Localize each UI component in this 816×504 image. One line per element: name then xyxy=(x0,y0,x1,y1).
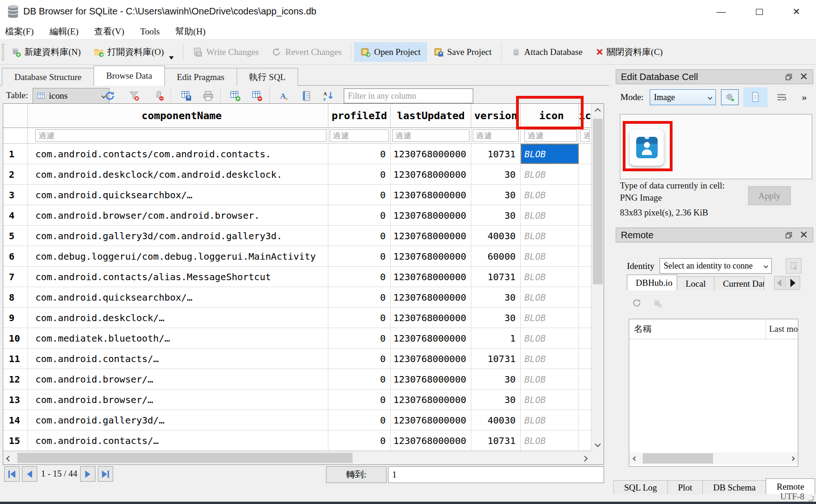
overflow-cell[interactable] xyxy=(579,144,591,164)
refresh-button[interactable] xyxy=(102,88,118,104)
table-vertical-scrollbar[interactable] xyxy=(591,104,604,451)
column-header-overflow[interactable]: ic xyxy=(579,104,591,128)
edit-cell-dock-header[interactable]: Edit Database Cell ✕ xyxy=(616,69,813,84)
mode-select[interactable]: Image xyxy=(650,89,716,105)
close-database-button[interactable]: 關閉資料庫(C) xyxy=(589,42,669,62)
lastUpdated-cell[interactable]: 1230768000000 xyxy=(391,287,471,307)
componentName-cell[interactable]: com.android.browser/com.android.browser. xyxy=(28,205,328,225)
clear-filters-button[interactable] xyxy=(126,88,142,104)
componentName-cell[interactable]: com.android.browser/… xyxy=(28,369,328,389)
row-number-cell[interactable]: 2 xyxy=(3,164,28,184)
version-cell[interactable]: 40030 xyxy=(471,226,521,246)
corner-header[interactable] xyxy=(3,104,28,128)
font-button[interactable]: Aa xyxy=(277,88,292,104)
version-cell[interactable]: 30 xyxy=(471,205,521,225)
componentName-cell[interactable]: com.debug.loggerui/com.debug.loggerui.Ma… xyxy=(28,246,328,266)
maximize-button[interactable] xyxy=(752,4,767,20)
overflow-cell[interactable] xyxy=(579,308,591,328)
version-cell[interactable]: 30 xyxy=(471,185,521,205)
column-header-lastUpdated[interactable]: lastUpdated xyxy=(391,104,471,128)
delete-record-button[interactable] xyxy=(249,88,265,104)
menu-item[interactable]: 幫助(H) xyxy=(176,26,205,38)
row-number-cell[interactable]: 4 xyxy=(3,205,28,225)
filter-overflow[interactable]: 過濾 xyxy=(580,129,590,142)
row-number-cell[interactable]: 6 xyxy=(3,246,28,266)
row-number-cell[interactable]: 13 xyxy=(3,390,28,410)
icon-blob-cell[interactable]: BLOB xyxy=(521,390,579,410)
lastUpdated-cell[interactable]: 1230768000000 xyxy=(391,144,471,164)
float-panel-icon[interactable] xyxy=(785,74,792,81)
menu-item[interactable]: 檔案(F) xyxy=(5,26,34,38)
row-number-cell[interactable]: 9 xyxy=(3,308,28,328)
overflow-cell[interactable] xyxy=(579,267,591,287)
filter-componentName[interactable]: 過濾 xyxy=(35,129,326,142)
profileId-cell[interactable]: 0 xyxy=(328,287,391,307)
overflow-cell[interactable] xyxy=(579,328,591,348)
save-project-button[interactable]: Save Project xyxy=(427,42,498,62)
revert-changes-button[interactable]: Revert Changes xyxy=(265,42,348,62)
more-options-chevron[interactable]: » xyxy=(796,90,812,104)
profileId-cell[interactable]: 0 xyxy=(328,349,391,369)
new-database-button[interactable]: 新建資料庫(N) xyxy=(4,42,87,62)
profileId-cell[interactable]: 0 xyxy=(328,267,391,287)
remote-list-header-name[interactable]: 名稱 xyxy=(629,319,766,339)
version-cell[interactable]: 10731 xyxy=(471,430,521,450)
clone-database-button[interactable] xyxy=(652,298,662,310)
icon-blob-cell[interactable]: BLOB xyxy=(521,308,579,328)
overflow-cell[interactable] xyxy=(579,430,591,450)
save-table-button[interactable] xyxy=(178,88,194,104)
open-database-button[interactable]: 打開資料庫(O) xyxy=(87,42,180,62)
horizontal-scroll-thumb[interactable] xyxy=(643,453,713,464)
close-panel-icon[interactable]: ✕ xyxy=(800,230,808,240)
componentName-cell[interactable]: com.android.browser/… xyxy=(28,390,328,410)
table-horizontal-scrollbar[interactable] xyxy=(3,451,591,464)
filter-version[interactable]: 過濾 xyxy=(473,129,519,142)
version-cell[interactable]: 10731 xyxy=(471,144,521,164)
sort-az-button[interactable]: Az xyxy=(320,88,336,104)
row-number-cell[interactable]: 7 xyxy=(3,267,28,287)
overflow-cell[interactable] xyxy=(579,410,591,430)
last-record-button[interactable] xyxy=(98,466,113,482)
icon-blob-cell[interactable]: BLOB xyxy=(521,205,579,225)
column-header-profileId[interactable]: profileId xyxy=(328,104,391,128)
menu-item[interactable]: 編輯(E) xyxy=(49,26,78,38)
lastUpdated-cell[interactable]: 1230768000000 xyxy=(391,349,471,369)
filter-profileId[interactable]: 過濾 xyxy=(330,129,389,142)
goto-button[interactable]: 轉到: xyxy=(326,466,387,483)
lastUpdated-cell[interactable]: 1230768000000 xyxy=(391,246,471,266)
format-button[interactable] xyxy=(299,88,314,104)
row-number-cell[interactable]: 12 xyxy=(3,369,28,389)
menu-item[interactable]: 查看(V) xyxy=(95,26,124,38)
write-changes-button[interactable]: Write Changes xyxy=(186,42,265,62)
profileId-cell[interactable]: 0 xyxy=(328,144,391,164)
icon-blob-cell[interactable]: BLOB xyxy=(521,164,579,184)
apply-button[interactable]: Apply xyxy=(748,186,791,205)
scroll-left-button[interactable] xyxy=(629,452,640,464)
profileId-cell[interactable]: 0 xyxy=(328,328,391,348)
lastUpdated-cell[interactable]: 1230768000000 xyxy=(391,430,471,450)
main-tab[interactable]: Edit Pragmas xyxy=(164,68,237,86)
version-cell[interactable]: 60000 xyxy=(471,246,521,266)
float-panel-icon[interactable] xyxy=(785,232,792,239)
profileId-cell[interactable]: 0 xyxy=(328,246,391,266)
overflow-cell[interactable] xyxy=(579,287,591,307)
componentName-cell[interactable]: com.android.gallery3d/com.android.galler… xyxy=(28,226,328,246)
overflow-cell[interactable] xyxy=(579,349,591,369)
icon-blob-cell[interactable]: BLOB xyxy=(521,185,579,205)
main-tab[interactable]: Browse Data xyxy=(94,66,165,86)
remote-list-scrollbar[interactable] xyxy=(629,452,798,464)
open-database-dropdown[interactable] xyxy=(169,56,174,60)
version-cell[interactable]: 30 xyxy=(471,390,521,410)
version-cell[interactable]: 30 xyxy=(471,287,521,307)
componentName-cell[interactable]: com.android.gallery3d/… xyxy=(28,410,328,430)
clear-sorting-button[interactable] xyxy=(151,88,167,104)
icon-blob-cell[interactable]: BLOB xyxy=(521,246,579,266)
lastUpdated-cell[interactable]: 1230768000000 xyxy=(391,267,471,287)
row-number-cell[interactable]: 5 xyxy=(3,226,28,246)
icon-blob-cell[interactable]: BLOB xyxy=(521,349,579,369)
componentName-cell[interactable]: com.android.contacts/com.android.contact… xyxy=(28,144,328,164)
row-number-cell[interactable]: 3 xyxy=(3,185,28,205)
lastUpdated-cell[interactable]: 1230768000000 xyxy=(391,164,471,184)
icon-blob-cell[interactable]: BLOB xyxy=(521,226,579,246)
componentName-cell[interactable]: com.android.contacts/… xyxy=(28,349,328,369)
